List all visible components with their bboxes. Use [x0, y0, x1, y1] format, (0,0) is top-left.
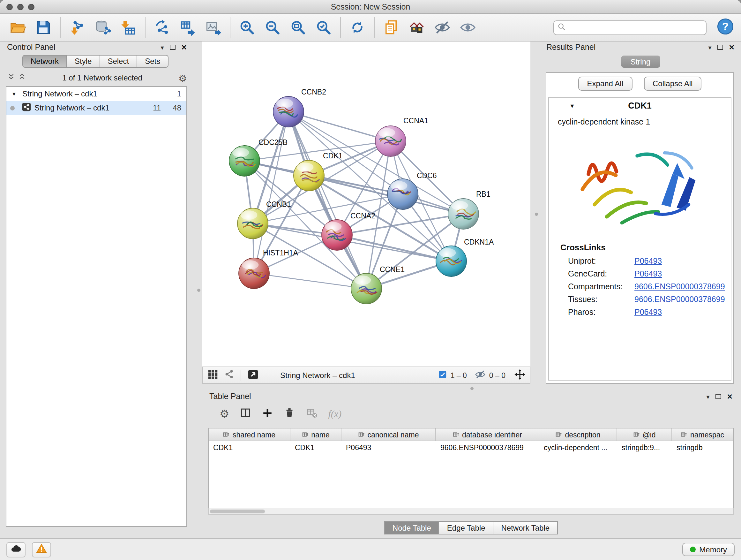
- panel-menu-icon[interactable]: ▾: [706, 393, 710, 400]
- search-input[interactable]: [569, 23, 703, 32]
- crosslink-row: Tissues:9606.ENSP00000378699: [568, 293, 726, 306]
- panel-menu-icon[interactable]: ▾: [161, 44, 164, 51]
- zoom-selected-button[interactable]: [311, 15, 336, 40]
- create-column-icon[interactable]: [262, 407, 273, 421]
- collapse-all-button[interactable]: Collapse All: [644, 77, 701, 91]
- crosslink-link[interactable]: P06493: [634, 255, 662, 267]
- help-button[interactable]: ?: [716, 18, 735, 37]
- pan-mode-button[interactable]: [514, 368, 526, 382]
- memory-button[interactable]: Memory: [682, 543, 735, 556]
- float-panel-icon[interactable]: [718, 45, 723, 50]
- column-header-canonical-name[interactable]: canonical name: [341, 428, 436, 441]
- column-header-database-identifier[interactable]: database identifier: [436, 428, 539, 441]
- hide-selected-button[interactable]: [429, 15, 455, 40]
- network-node-cdk1[interactable]: CDK1: [293, 152, 342, 191]
- network-options-gear-icon[interactable]: ⚙: [179, 73, 187, 83]
- close-panel-icon[interactable]: ✕: [181, 43, 187, 51]
- hide-selected-icon: [434, 19, 451, 36]
- tab-style[interactable]: Style: [67, 55, 100, 68]
- network-overview-button[interactable]: [223, 368, 235, 382]
- table-panel-title: Table Panel: [209, 392, 251, 401]
- show-all-button[interactable]: [455, 15, 481, 40]
- selected-checkbox-icon[interactable]: [438, 369, 448, 381]
- hidden-eye-slash-icon[interactable]: [475, 369, 486, 381]
- new-network-from-table-button[interactable]: [175, 15, 200, 40]
- column-header-shared-name[interactable]: shared name: [209, 428, 290, 441]
- network-node-hist1h1a[interactable]: HIST1H1A: [239, 249, 298, 289]
- tab-node-table[interactable]: Node Table: [384, 521, 440, 535]
- crosslink-link[interactable]: 9606.ENSP00000378699: [634, 280, 725, 293]
- detach-view-button[interactable]: [247, 368, 259, 382]
- crosslink-link[interactable]: P06493: [634, 306, 662, 319]
- float-panel-icon[interactable]: [170, 45, 176, 50]
- panel-menu-icon[interactable]: ▾: [709, 44, 712, 51]
- string-tab-badge[interactable]: String: [621, 56, 660, 68]
- zoom-in-button[interactable]: [234, 15, 260, 40]
- node-table[interactable]: shared namenamecanonical namedatabase id…: [208, 428, 734, 515]
- table-settings-gear-icon[interactable]: ⚙: [219, 408, 229, 419]
- tab-network[interactable]: Network: [22, 55, 67, 68]
- apply-preferred-layout-button[interactable]: [345, 15, 370, 40]
- network-node-cdc6[interactable]: CDC6: [387, 172, 437, 209]
- float-panel-icon[interactable]: [716, 394, 721, 399]
- tab-network-table[interactable]: Network Table: [494, 521, 558, 535]
- network-node-ccnb2[interactable]: CCNB2: [273, 88, 326, 127]
- crosslink-link[interactable]: 9606.ENSP00000378699: [634, 293, 725, 306]
- minimize-window-button[interactable]: [17, 4, 23, 10]
- network-node-ccna1[interactable]: CCNA1: [375, 117, 428, 157]
- column-header-description[interactable]: description: [539, 428, 617, 441]
- close-panel-icon[interactable]: ✕: [729, 43, 735, 51]
- tab-edge-table[interactable]: Edge Table: [440, 521, 494, 535]
- table-hscrollbar-thumb[interactable]: [210, 509, 265, 513]
- network-svg[interactable]: CCNB2CCNA1CDC25BCDK1CDC6RB1CCNB1CCNA2CDK…: [202, 42, 530, 367]
- tab-select[interactable]: Select: [100, 55, 137, 68]
- close-panel-icon[interactable]: ✕: [727, 392, 733, 401]
- splitter-handle[interactable]: [197, 289, 200, 292]
- close-window-button[interactable]: [6, 4, 13, 10]
- column-header-name[interactable]: name: [290, 428, 341, 441]
- table-body: CDK1CDK1P064939606.ENSP00000378699cyclin…: [209, 441, 733, 454]
- collection-disclosure-icon[interactable]: ▼: [11, 91, 19, 97]
- copy-document-button[interactable]: [379, 15, 404, 40]
- tab-sets[interactable]: Sets: [137, 55, 169, 68]
- expand-all-button[interactable]: Expand All: [578, 77, 632, 91]
- splitter-handle[interactable]: [470, 387, 474, 390]
- import-network-from-file-button[interactable]: [64, 15, 90, 40]
- network-node-ccnb1[interactable]: CCNB1: [238, 200, 291, 239]
- collapse-all-icon[interactable]: [18, 73, 26, 83]
- column-header-namespac[interactable]: namespac: [672, 428, 733, 441]
- network-node-rb1[interactable]: RB1: [448, 190, 490, 229]
- open-session-button[interactable]: [5, 15, 30, 40]
- zoom-window-button[interactable]: [28, 4, 35, 10]
- birds-eye-view-button[interactable]: [207, 368, 219, 382]
- network-row[interactable]: String Network – cdk1 11 48: [6, 101, 186, 115]
- delete-column-icon[interactable]: [284, 407, 296, 421]
- export-image-button[interactable]: [200, 15, 226, 40]
- network-view[interactable]: CCNB2CCNA1CDC25BCDK1CDC6RB1CCNB1CCNA2CDK…: [202, 42, 530, 367]
- network-node-cdkn1a[interactable]: CDKN1A: [436, 238, 494, 276]
- splitter-handle[interactable]: [535, 212, 538, 216]
- crosslink-link[interactable]: P06493: [634, 267, 662, 280]
- new-network-button[interactable]: [149, 15, 175, 40]
- search-box[interactable]: [553, 20, 706, 35]
- cloud-status-button[interactable]: [6, 542, 25, 557]
- expand-all-icon[interactable]: [7, 73, 15, 83]
- import-network-from-database-button[interactable]: [90, 15, 116, 40]
- gene-header[interactable]: ▼ CDK1: [549, 98, 731, 114]
- warnings-button[interactable]: [32, 542, 51, 557]
- zoom-out-button[interactable]: [260, 15, 285, 40]
- network-collection-row[interactable]: ▼ String Network – cdk1 1: [6, 87, 186, 101]
- table-row[interactable]: CDK1CDK1P064939606.ENSP00000378699cyclin…: [209, 441, 733, 454]
- column-header--id[interactable]: @id: [617, 428, 672, 441]
- import-table-from-file-button[interactable]: [116, 15, 141, 40]
- string-home-button[interactable]: [404, 15, 429, 40]
- save-session-button[interactable]: [30, 15, 56, 40]
- table-hscrollbar[interactable]: [208, 508, 734, 515]
- svg-text:CDC6: CDC6: [417, 172, 437, 180]
- gene-disclosure-icon[interactable]: ▼: [569, 103, 575, 109]
- crosslink-row: Uniprot:P06493: [568, 255, 726, 267]
- zoom-fit-button[interactable]: [285, 15, 311, 40]
- show-hide-columns-icon[interactable]: [240, 407, 252, 421]
- clear-table-icon: [306, 407, 318, 421]
- table-panel-header: Table Panel ▾ ✕: [207, 391, 735, 402]
